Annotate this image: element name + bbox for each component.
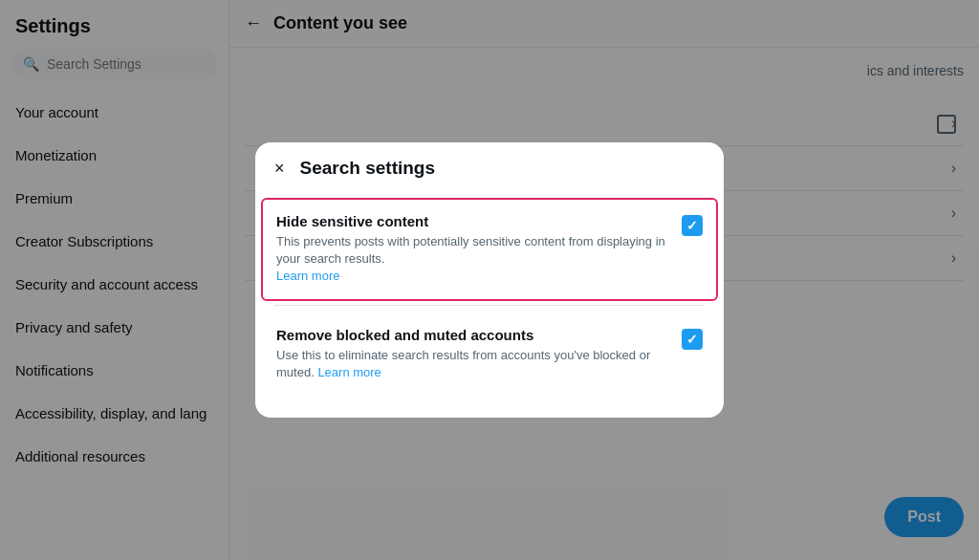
remove-blocked-title: Remove blocked and muted accounts — [276, 327, 666, 343]
modal-overlay: × Search settings Hide sensitive content… — [0, 0, 979, 560]
remove-blocked-item: Remove blocked and muted accounts Use th… — [274, 310, 705, 398]
checkbox-checked-icon[interactable] — [682, 215, 703, 236]
modal-header: × Search settings — [255, 142, 724, 194]
close-button[interactable]: × — [274, 160, 285, 177]
search-settings-modal: × Search settings Hide sensitive content… — [255, 142, 724, 418]
remove-blocked-checkbox[interactable] — [682, 329, 703, 350]
hide-sensitive-checkbox[interactable] — [682, 215, 703, 236]
hide-sensitive-text: Hide sensitive content This prevents pos… — [276, 213, 666, 286]
hide-sensitive-learn-more[interactable]: Learn more — [276, 269, 339, 283]
remove-blocked-text: Remove blocked and muted accounts Use th… — [276, 327, 666, 381]
hide-sensitive-title: Hide sensitive content — [276, 213, 666, 229]
hide-sensitive-item: Hide sensitive content This prevents pos… — [261, 198, 718, 301]
divider — [274, 305, 705, 306]
checkbox-checked-icon-2[interactable] — [682, 329, 703, 350]
hide-sensitive-desc: This prevents posts with potentially sen… — [276, 233, 666, 286]
modal-body: Hide sensitive content This prevents pos… — [255, 194, 724, 418]
remove-blocked-desc: Use this to eliminate search results fro… — [276, 347, 666, 381]
modal-title: Search settings — [300, 158, 436, 179]
remove-blocked-learn-more[interactable]: Learn more — [317, 365, 381, 379]
